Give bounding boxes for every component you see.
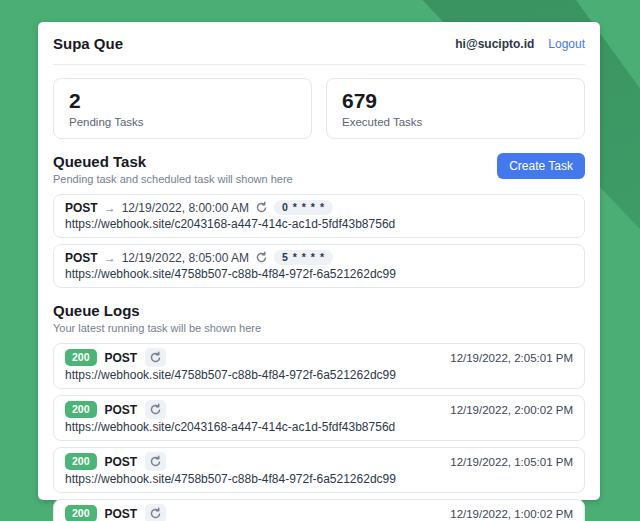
stat-label: Executed Tasks — [342, 116, 569, 128]
queued-task-title: Queued Task — [53, 153, 293, 170]
queue-log-row-meta: 200 POST 12/19/2022, 1:00:02 PM — [65, 504, 573, 521]
arrow-right-icon: → — [104, 251, 116, 265]
cron-schedule-badge: 5 * * * * — [274, 250, 333, 265]
retry-button[interactable] — [145, 400, 166, 419]
refresh-icon — [255, 201, 268, 214]
queue-logs-subtitle: Your latest running task will be shown h… — [53, 322, 261, 334]
refresh-icon — [149, 351, 162, 364]
http-method: POST — [105, 507, 138, 521]
log-timestamp: 12/19/2022, 1:00:02 PM — [450, 508, 573, 520]
log-url: https://webhook.site/4758b507-c88b-4f84-… — [65, 472, 573, 487]
app-title: Supa Que — [53, 35, 123, 52]
queue-log-row-meta: 200 POST 12/19/2022, 1:05:01 PM — [65, 452, 573, 471]
task-url: https://webhook.site/c2043168-a447-414c-… — [65, 217, 573, 232]
retry-button[interactable] — [145, 348, 166, 367]
queued-task-subtitle: Pending task and scheduled task will sho… — [53, 173, 293, 185]
queued-task-row[interactable]: POST → 12/19/2022, 8:05:00 AM 5 * * * * … — [53, 244, 585, 288]
user-email: hi@sucipto.id — [455, 37, 534, 51]
create-task-button[interactable]: Create Task — [497, 153, 585, 179]
logout-link[interactable]: Logout — [548, 37, 585, 51]
header-divider — [53, 64, 585, 65]
http-method: POST — [105, 403, 138, 417]
http-method: POST — [105, 351, 138, 365]
http-method: POST — [65, 201, 98, 215]
queue-log-row-meta: 200 POST 12/19/2022, 2:05:01 PM — [65, 348, 573, 367]
http-method: POST — [105, 455, 138, 469]
refresh-icon — [149, 507, 162, 520]
queue-log-row[interactable]: 200 POST 12/19/2022, 2:00:02 PM https://… — [53, 395, 585, 441]
queue-log-row-meta: 200 POST 12/19/2022, 2:00:02 PM — [65, 400, 573, 419]
queue-logs-section-header: Queue Logs Your latest running task will… — [53, 302, 585, 334]
stat-value: 679 — [342, 88, 569, 114]
queued-task-list: POST → 12/19/2022, 8:00:00 AM 0 * * * * … — [53, 194, 585, 288]
scheduled-time: 12/19/2022, 8:05:00 AM — [122, 251, 249, 265]
stat-value: 2 — [69, 88, 296, 114]
stat-card: 2 Pending Tasks — [53, 78, 312, 139]
queued-task-row[interactable]: POST → 12/19/2022, 8:00:00 AM 0 * * * * … — [53, 194, 585, 238]
queue-logs-titles: Queue Logs Your latest running task will… — [53, 302, 261, 334]
retry-button[interactable] — [145, 452, 166, 471]
queued-task-section-header: Queued Task Pending task and scheduled t… — [53, 153, 585, 185]
log-timestamp: 12/19/2022, 2:00:02 PM — [450, 404, 573, 416]
queue-log-row[interactable]: 200 POST 12/19/2022, 1:05:01 PM https://… — [53, 447, 585, 493]
refresh-icon — [149, 403, 162, 416]
header-right: hi@sucipto.id Logout — [455, 37, 585, 51]
app-panel: Supa Que hi@sucipto.id Logout 2 Pending … — [38, 22, 600, 500]
status-code-badge: 200 — [65, 505, 97, 521]
queue-log-list: 200 POST 12/19/2022, 2:05:01 PM https://… — [53, 343, 585, 521]
queue-log-row[interactable]: 200 POST 12/19/2022, 2:05:01 PM https://… — [53, 343, 585, 389]
stats-row: 2 Pending Tasks 679 Executed Tasks — [53, 78, 585, 139]
queue-logs-title: Queue Logs — [53, 302, 261, 319]
log-timestamp: 12/19/2022, 1:05:01 PM — [450, 456, 573, 468]
stat-card: 679 Executed Tasks — [326, 78, 585, 139]
queued-task-row-meta: POST → 12/19/2022, 8:05:00 AM 5 * * * * — [65, 249, 573, 266]
refresh-icon — [149, 455, 162, 468]
header: Supa Que hi@sucipto.id Logout — [53, 22, 585, 64]
stat-label: Pending Tasks — [69, 116, 296, 128]
task-url: https://webhook.site/4758b507-c88b-4f84-… — [65, 267, 573, 282]
http-method: POST — [65, 251, 98, 265]
cron-schedule-badge: 0 * * * * — [274, 200, 333, 215]
status-code-badge: 200 — [65, 453, 97, 470]
log-url: https://webhook.site/4758b507-c88b-4f84-… — [65, 368, 573, 383]
retry-button[interactable] — [145, 504, 166, 521]
log-timestamp: 12/19/2022, 2:05:01 PM — [450, 352, 573, 364]
scheduled-time: 12/19/2022, 8:00:00 AM — [122, 201, 249, 215]
status-code-badge: 200 — [65, 401, 97, 418]
queued-task-titles: Queued Task Pending task and scheduled t… — [53, 153, 293, 185]
status-code-badge: 200 — [65, 349, 97, 366]
arrow-right-icon: → — [104, 201, 116, 215]
log-url: https://webhook.site/c2043168-a447-414c-… — [65, 420, 573, 435]
queued-task-row-meta: POST → 12/19/2022, 8:00:00 AM 0 * * * * — [65, 199, 573, 216]
queue-log-row[interactable]: 200 POST 12/19/2022, 1:00:02 PM https://… — [53, 499, 585, 521]
refresh-icon — [255, 251, 268, 264]
